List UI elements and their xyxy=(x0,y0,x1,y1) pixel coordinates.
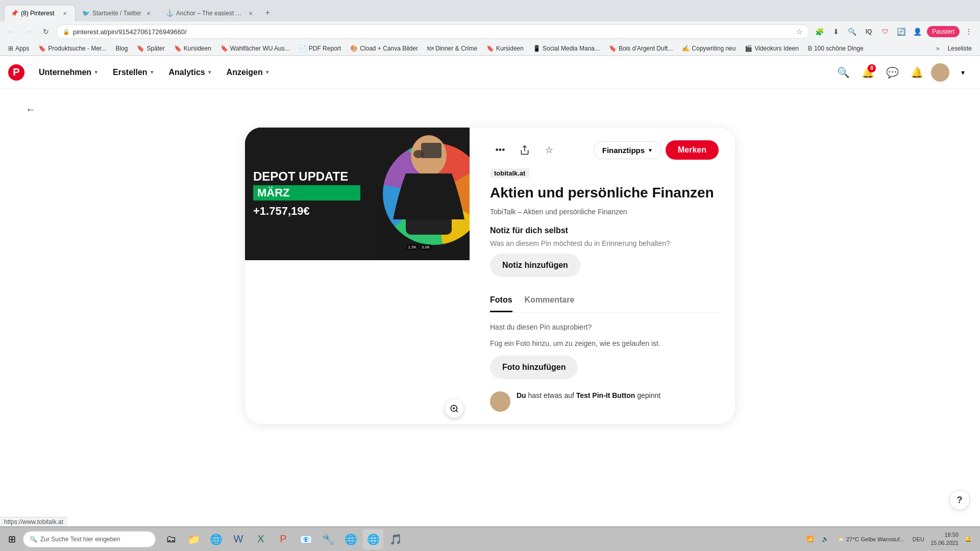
back-button[interactable]: ← xyxy=(4,24,18,39)
favorite-button[interactable]: ☆ xyxy=(539,140,559,160)
bookmark-social-media-icon: 📱 xyxy=(533,45,541,52)
taskbar-tray: 📶 🔊 ⛅ 27°C Gelbe Warnstuf... DEU 18:50 1… xyxy=(800,531,978,546)
sound-icon: 🔊 xyxy=(822,536,829,542)
bookmark-leselist[interactable]: Leseliste xyxy=(944,43,976,54)
sync-button[interactable]: 🔄 xyxy=(894,24,909,39)
pin-image-section: DEPOT UPDATE MÄRZ +1.757,19€ xyxy=(245,128,470,424)
pinterest-header: P Unternehmen ▼ Erstellen ▼ Analytics ▼ … xyxy=(0,56,980,89)
bookmark-kursideen1[interactable]: 🔖 Kursideen xyxy=(170,43,215,54)
user-avatar[interactable] xyxy=(931,63,949,82)
new-tab-button[interactable]: + xyxy=(261,4,274,21)
taskbar-icon-word[interactable]: W xyxy=(228,529,249,546)
add-note-button[interactable]: Notiz hinzufügen xyxy=(490,254,580,277)
bookmark-canva[interactable]: 🎨 Cload + Canva Bilder xyxy=(346,43,422,54)
extensions-button[interactable]: 🧩 xyxy=(813,24,827,39)
notifications-button[interactable]: 🔔 8 xyxy=(857,62,878,83)
board-selector[interactable]: Finanztipps ▼ xyxy=(594,141,662,159)
nav-anzeigen-chevron: ▼ xyxy=(265,69,270,75)
nav-analytics[interactable]: Analytics ▼ xyxy=(163,64,218,81)
tab-twitter-close[interactable]: ✕ xyxy=(144,9,153,17)
sound-status[interactable]: 🔊 xyxy=(820,536,831,542)
bookmark-produktsuche[interactable]: 🔖 Produktsuche - Mer... xyxy=(34,43,110,54)
more-options-button[interactable]: ••• xyxy=(490,140,510,160)
taskbar-icon-mail[interactable]: 📧 xyxy=(296,529,316,546)
bookmark-star-icon[interactable]: ☆ xyxy=(796,28,803,36)
tab-pinterest-close[interactable]: ✕ xyxy=(61,9,69,17)
taskbar-icon-browser2[interactable]: 🌐 xyxy=(363,529,383,546)
taskbar-icon-explorer[interactable]: 📁 xyxy=(183,529,204,546)
account-button[interactable]: 👤 xyxy=(911,24,925,39)
weather-status[interactable]: ⛅ 27°C Gelbe Warnstuf... xyxy=(835,536,906,542)
toolbar-icons: 🧩 ⬇ 🔍 IQ 🛡 🔄 👤 Pausiert ⋮ xyxy=(813,24,976,39)
note-title: Notiz für dich selbst xyxy=(490,226,719,235)
bookmark-apps[interactable]: ⊞ Apps xyxy=(4,43,33,54)
taskbar-datetime: 18:50 15.06.2021 xyxy=(930,531,959,546)
notifications-tray[interactable]: 🔔 xyxy=(963,536,974,542)
bookmark-blog[interactable]: Blog xyxy=(111,43,132,54)
tab-anchor[interactable]: ⚓ Anchor – The easiest way to mai... ✕ xyxy=(159,5,261,21)
pinterest-logo[interactable]: P xyxy=(8,64,24,81)
bookmark-videokurs[interactable]: 🎬 Videokurs Ideen xyxy=(741,43,803,54)
share-button[interactable] xyxy=(514,140,535,160)
bookmark-wahlfaecher[interactable]: 🔖 Wahlfächer WU Aus... xyxy=(216,43,294,54)
header-more-button[interactable]: ▾ xyxy=(953,63,972,82)
forward-button[interactable]: → xyxy=(21,24,36,39)
svg-line-5 xyxy=(456,410,457,412)
language-indicator[interactable]: DEU xyxy=(911,536,926,542)
save-pin-button[interactable]: Merken xyxy=(666,140,719,160)
bookmark-dinner[interactable]: 🍽 Dinner & Crime xyxy=(423,43,481,54)
bookmark-100-dinge[interactable]: B 100 schöne Dinge xyxy=(804,43,868,54)
photo-section: Hast du diesen Pin ausprobiert? Füg ein … xyxy=(490,323,719,379)
menu-button[interactable]: ⋮ xyxy=(962,24,976,39)
taskbar-search[interactable]: 🔍 Zur Suche Text hier eingeben xyxy=(23,531,156,546)
bookmark-bois-icon: 🔖 xyxy=(609,45,617,52)
reload-button[interactable]: ↻ xyxy=(39,24,53,39)
download-button[interactable]: ⬇ xyxy=(829,24,843,39)
network-status[interactable]: 📶 xyxy=(804,536,816,542)
weather-temp: 27°C xyxy=(846,536,859,542)
tab-pinterest[interactable]: 📌 (8) Pinterest ✕ xyxy=(4,5,76,21)
taskbar-icon-edge[interactable]: 🌐 xyxy=(206,529,226,546)
taskbar-icon-music[interactable]: 🎵 xyxy=(385,529,406,546)
tab-anchor-title: Anchor – The easiest way to mai... xyxy=(176,10,243,17)
taskbar-icon-chrome[interactable]: 🌐 xyxy=(340,529,361,546)
nav-analytics-chevron: ▼ xyxy=(207,69,212,75)
help-button[interactable]: ? xyxy=(949,490,970,510)
bookmark-pdf[interactable]: 📄 PDF Report xyxy=(295,43,345,54)
messages-button[interactable]: 💬 xyxy=(882,62,902,83)
tab-twitter[interactable]: 🐦 Startseite / Twitter ✕ xyxy=(76,5,159,21)
back-navigation-button[interactable]: ← xyxy=(20,99,41,119)
bookmark-bois[interactable]: 🔖 Bois d'Argent Duft... xyxy=(605,43,677,54)
taskbar-icon-powerpoint[interactable]: P xyxy=(273,529,293,546)
add-photo-button[interactable]: Foto hinzufügen xyxy=(490,356,578,379)
bookmarks-more-button[interactable]: » xyxy=(933,43,943,54)
search-button[interactable]: 🔍 xyxy=(833,62,853,83)
nav-unternehmen[interactable]: Unternehmen ▼ xyxy=(33,64,105,81)
zoom-button[interactable]: 🔍 xyxy=(845,24,860,39)
bookmark-kursideen2[interactable]: 🔖 Kursideen xyxy=(482,43,528,54)
tab-fotos[interactable]: Fotos xyxy=(490,289,512,312)
nav-anzeigen[interactable]: Anzeigen ▼ xyxy=(220,64,276,81)
adblock-button[interactable]: 🛡 xyxy=(878,24,892,39)
profile-paused-button[interactable]: Pausiert xyxy=(927,26,960,37)
bookmark-copywriting[interactable]: ✍ Copywriting neu xyxy=(678,43,740,54)
activity-text: Du hast etwas auf Test Pin-It Button gep… xyxy=(517,391,660,399)
address-bar[interactable]: 🔒 pinterest.at/pin/915427061726949660/ ☆ xyxy=(56,24,810,39)
bookmark-social-media[interactable]: 📱 Social Media Mana... xyxy=(529,43,604,54)
taskbar-icon-task-view[interactable]: 🗂 xyxy=(161,529,181,546)
tab-kommentare[interactable]: Kommentare xyxy=(525,289,575,312)
taskbar-icon-excel[interactable]: X xyxy=(251,529,271,546)
nav-erstellen[interactable]: Erstellen ▼ xyxy=(107,64,161,81)
pin-title: Aktien und persönliche Finanzen xyxy=(490,184,719,202)
taskbar-icon-misc1[interactable]: 🔧 xyxy=(318,529,338,546)
iq-button[interactable]: IQ xyxy=(862,24,876,39)
pinterest-tab-icon: 📌 xyxy=(11,10,18,17)
alerts-button[interactable]: 🔔 xyxy=(906,62,927,83)
zoom-button[interactable] xyxy=(445,399,463,418)
anchor-tab-icon: ⚓ xyxy=(166,10,173,17)
pin-source-url[interactable]: tobitalk.at xyxy=(490,168,529,178)
taskbar: ⊞ 🔍 Zur Suche Text hier eingeben 🗂 📁 🌐 W… xyxy=(0,527,980,546)
tab-anchor-close[interactable]: ✕ xyxy=(247,9,255,17)
bookmark-spaeter[interactable]: 🔖 Später xyxy=(133,43,168,54)
start-button[interactable]: ⊞ xyxy=(2,527,22,546)
